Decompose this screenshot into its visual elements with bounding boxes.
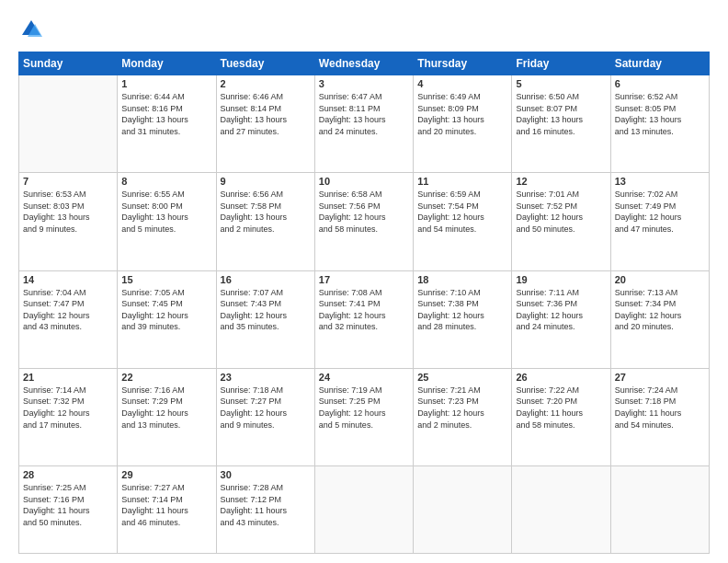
week-row-0: 1Sunrise: 6:44 AM Sunset: 8:16 PM Daylig… xyxy=(19,75,710,173)
day-info: Sunrise: 7:21 AM Sunset: 7:23 PM Dayligh… xyxy=(417,385,507,431)
day-number: 24 xyxy=(319,372,409,383)
day-info: Sunrise: 7:19 AM Sunset: 7:25 PM Dayligh… xyxy=(319,385,409,431)
day-info: Sunrise: 6:53 AM Sunset: 8:03 PM Dayligh… xyxy=(23,189,113,235)
col-header-saturday: Saturday xyxy=(610,52,709,75)
day-cell: 10Sunrise: 6:58 AM Sunset: 7:56 PM Dayli… xyxy=(314,173,413,270)
day-number: 8 xyxy=(121,176,211,187)
day-number: 16 xyxy=(221,274,311,285)
day-cell: 11Sunrise: 6:59 AM Sunset: 7:54 PM Dayli… xyxy=(414,173,512,270)
day-number: 3 xyxy=(319,78,409,89)
day-cell xyxy=(314,466,413,554)
day-number: 13 xyxy=(615,176,705,187)
day-info: Sunrise: 7:24 AM Sunset: 7:18 PM Dayligh… xyxy=(615,385,705,431)
day-info: Sunrise: 6:49 AM Sunset: 8:09 PM Dayligh… xyxy=(417,91,507,137)
day-cell: 8Sunrise: 6:55 AM Sunset: 8:00 PM Daylig… xyxy=(118,173,216,270)
day-cell: 16Sunrise: 7:07 AM Sunset: 7:43 PM Dayli… xyxy=(216,270,314,368)
day-number: 12 xyxy=(516,176,606,187)
day-info: Sunrise: 7:16 AM Sunset: 7:29 PM Dayligh… xyxy=(121,385,211,431)
day-number: 10 xyxy=(319,176,409,187)
week-row-4: 28Sunrise: 7:25 AM Sunset: 7:16 PM Dayli… xyxy=(19,466,710,554)
day-number: 6 xyxy=(615,78,705,89)
day-cell: 13Sunrise: 7:02 AM Sunset: 7:49 PM Dayli… xyxy=(610,173,709,270)
day-cell: 26Sunrise: 7:22 AM Sunset: 7:20 PM Dayli… xyxy=(512,368,610,465)
day-info: Sunrise: 6:44 AM Sunset: 8:16 PM Dayligh… xyxy=(121,91,211,137)
day-number: 23 xyxy=(221,372,311,383)
day-number: 30 xyxy=(221,469,311,480)
day-info: Sunrise: 7:27 AM Sunset: 7:14 PM Dayligh… xyxy=(121,482,211,528)
day-cell: 23Sunrise: 7:18 AM Sunset: 7:27 PM Dayli… xyxy=(216,368,314,465)
col-header-sunday: Sunday xyxy=(19,52,118,75)
day-cell: 21Sunrise: 7:14 AM Sunset: 7:32 PM Dayli… xyxy=(19,368,118,465)
day-info: Sunrise: 7:28 AM Sunset: 7:12 PM Dayligh… xyxy=(221,482,311,528)
day-cell: 22Sunrise: 7:16 AM Sunset: 7:29 PM Dayli… xyxy=(118,368,216,465)
day-number: 9 xyxy=(221,176,311,187)
week-row-2: 14Sunrise: 7:04 AM Sunset: 7:47 PM Dayli… xyxy=(19,270,710,368)
day-cell: 15Sunrise: 7:05 AM Sunset: 7:45 PM Dayli… xyxy=(118,270,216,368)
day-cell xyxy=(414,466,512,554)
day-info: Sunrise: 6:58 AM Sunset: 7:56 PM Dayligh… xyxy=(319,189,409,235)
day-cell: 3Sunrise: 6:47 AM Sunset: 8:11 PM Daylig… xyxy=(314,75,413,173)
day-info: Sunrise: 6:55 AM Sunset: 8:00 PM Dayligh… xyxy=(121,189,211,235)
day-info: Sunrise: 7:11 AM Sunset: 7:36 PM Dayligh… xyxy=(516,287,606,333)
page: SundayMondayTuesdayWednesdayThursdayFrid… xyxy=(0,0,728,563)
day-info: Sunrise: 7:02 AM Sunset: 7:49 PM Dayligh… xyxy=(615,189,705,235)
day-info: Sunrise: 7:07 AM Sunset: 7:43 PM Dayligh… xyxy=(221,287,311,333)
day-cell: 7Sunrise: 6:53 AM Sunset: 8:03 PM Daylig… xyxy=(19,173,118,270)
day-cell: 17Sunrise: 7:08 AM Sunset: 7:41 PM Dayli… xyxy=(314,270,413,368)
col-header-friday: Friday xyxy=(512,52,610,75)
day-number: 27 xyxy=(615,372,705,383)
day-info: Sunrise: 7:04 AM Sunset: 7:47 PM Dayligh… xyxy=(23,287,113,333)
col-header-monday: Monday xyxy=(118,52,216,75)
day-cell: 19Sunrise: 7:11 AM Sunset: 7:36 PM Dayli… xyxy=(512,270,610,368)
week-row-3: 21Sunrise: 7:14 AM Sunset: 7:32 PM Dayli… xyxy=(19,368,710,465)
day-cell: 24Sunrise: 7:19 AM Sunset: 7:25 PM Dayli… xyxy=(314,368,413,465)
day-cell: 30Sunrise: 7:28 AM Sunset: 7:12 PM Dayli… xyxy=(216,466,314,554)
day-cell: 27Sunrise: 7:24 AM Sunset: 7:18 PM Dayli… xyxy=(610,368,709,465)
logo-icon xyxy=(18,17,44,42)
calendar-table: SundayMondayTuesdayWednesdayThursdayFrid… xyxy=(18,52,710,554)
col-header-tuesday: Tuesday xyxy=(216,52,314,75)
logo xyxy=(18,17,48,42)
day-number: 4 xyxy=(417,78,507,89)
week-row-1: 7Sunrise: 6:53 AM Sunset: 8:03 PM Daylig… xyxy=(19,173,710,270)
header xyxy=(18,17,710,42)
day-number: 29 xyxy=(121,469,211,480)
day-number: 7 xyxy=(23,176,113,187)
day-number: 17 xyxy=(319,274,409,285)
day-info: Sunrise: 7:05 AM Sunset: 7:45 PM Dayligh… xyxy=(121,287,211,333)
day-info: Sunrise: 6:56 AM Sunset: 7:58 PM Dayligh… xyxy=(221,189,311,235)
day-cell: 20Sunrise: 7:13 AM Sunset: 7:34 PM Dayli… xyxy=(610,270,709,368)
day-info: Sunrise: 6:47 AM Sunset: 8:11 PM Dayligh… xyxy=(319,91,409,137)
day-number: 14 xyxy=(23,274,113,285)
day-info: Sunrise: 6:59 AM Sunset: 7:54 PM Dayligh… xyxy=(417,189,507,235)
day-cell: 6Sunrise: 6:52 AM Sunset: 8:05 PM Daylig… xyxy=(610,75,709,173)
day-cell: 1Sunrise: 6:44 AM Sunset: 8:16 PM Daylig… xyxy=(118,75,216,173)
day-number: 11 xyxy=(417,176,507,187)
day-info: Sunrise: 7:01 AM Sunset: 7:52 PM Dayligh… xyxy=(516,189,606,235)
col-header-thursday: Thursday xyxy=(414,52,512,75)
day-cell: 5Sunrise: 6:50 AM Sunset: 8:07 PM Daylig… xyxy=(512,75,610,173)
day-cell: 18Sunrise: 7:10 AM Sunset: 7:38 PM Dayli… xyxy=(414,270,512,368)
day-info: Sunrise: 6:46 AM Sunset: 8:14 PM Dayligh… xyxy=(221,91,311,137)
day-cell xyxy=(19,75,118,173)
day-cell: 2Sunrise: 6:46 AM Sunset: 8:14 PM Daylig… xyxy=(216,75,314,173)
day-info: Sunrise: 7:22 AM Sunset: 7:20 PM Dayligh… xyxy=(516,385,606,431)
day-info: Sunrise: 7:25 AM Sunset: 7:16 PM Dayligh… xyxy=(23,482,113,528)
day-number: 2 xyxy=(221,78,311,89)
day-info: Sunrise: 7:18 AM Sunset: 7:27 PM Dayligh… xyxy=(221,385,311,431)
day-number: 20 xyxy=(615,274,705,285)
day-cell: 14Sunrise: 7:04 AM Sunset: 7:47 PM Dayli… xyxy=(19,270,118,368)
day-cell: 12Sunrise: 7:01 AM Sunset: 7:52 PM Dayli… xyxy=(512,173,610,270)
day-number: 22 xyxy=(121,372,211,383)
day-number: 1 xyxy=(121,78,211,89)
day-info: Sunrise: 7:08 AM Sunset: 7:41 PM Dayligh… xyxy=(319,287,409,333)
day-number: 15 xyxy=(121,274,211,285)
day-cell: 4Sunrise: 6:49 AM Sunset: 8:09 PM Daylig… xyxy=(414,75,512,173)
day-cell: 28Sunrise: 7:25 AM Sunset: 7:16 PM Dayli… xyxy=(19,466,118,554)
day-cell xyxy=(610,466,709,554)
day-number: 25 xyxy=(417,372,507,383)
day-number: 21 xyxy=(23,372,113,383)
day-number: 18 xyxy=(417,274,507,285)
day-number: 5 xyxy=(516,78,606,89)
day-info: Sunrise: 7:13 AM Sunset: 7:34 PM Dayligh… xyxy=(615,287,705,333)
